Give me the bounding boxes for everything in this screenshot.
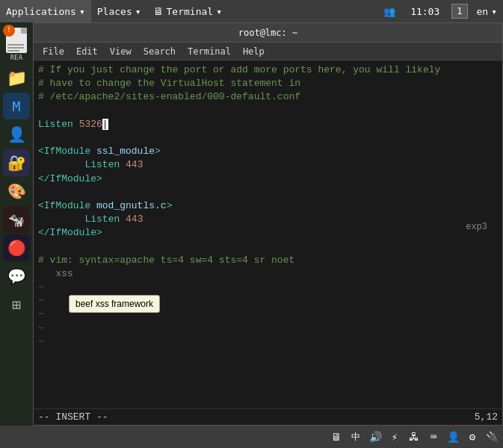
system-tray: 🖥 中 🔊 ⚡ 🖧 ⌨ 👤 ⚙ 🔌 xyxy=(328,429,503,445)
terminal-titlebar: root@lmc: ~ xyxy=(34,23,502,43)
chat-dock-icon[interactable]: 💬 xyxy=(3,263,30,290)
menu-search[interactable]: Search xyxy=(138,43,182,60)
display-icon[interactable]: 🖥 xyxy=(328,429,345,445)
places-label: Places xyxy=(97,6,132,17)
beef-tooltip: beef xss framework xyxy=(69,295,160,313)
insert-mode-label: -- INSERT -- xyxy=(38,411,108,423)
terminal-status-bar: -- INSERT -- 5,12 xyxy=(34,408,502,425)
code-line-listen3: Listen 443 xyxy=(38,213,498,226)
code-line-tilde1: ~ xyxy=(38,281,498,294)
clock: 11:03 xyxy=(401,6,448,17)
applications-menu[interactable]: Applications ▾ xyxy=(0,0,91,22)
chinese-icon[interactable]: 中 xyxy=(348,429,364,445)
people-icon-btn[interactable]: 👥 xyxy=(377,0,401,22)
avatar-dock-icon[interactable]: 👤 xyxy=(3,121,30,148)
network-icon[interactable]: 🖧 xyxy=(406,429,422,445)
menu-view[interactable]: View xyxy=(104,43,138,60)
power-icon[interactable]: ⚡ xyxy=(386,429,403,445)
code-line-3: # /etc/apache2/sites-enabled/000-default… xyxy=(38,90,498,104)
language-label: en xyxy=(477,6,489,17)
grid-icon: ⊞ xyxy=(12,296,21,314)
language-selector[interactable]: en ▾ xyxy=(471,0,503,22)
applications-label: Applications xyxy=(6,6,76,17)
beef-icon: 🐄 xyxy=(8,212,25,228)
settings-icon[interactable]: ⚙ xyxy=(464,429,481,445)
code-line-tilde4: ~ xyxy=(38,322,498,335)
desktop-bg: REA getflag.txt xyxy=(33,22,503,448)
code-line-ifmodule2: <IfModule mod_gnutls.c> xyxy=(38,199,498,213)
menu-terminal[interactable]: Terminal xyxy=(182,43,237,60)
places-arrow: ▾ xyxy=(135,6,141,17)
code-line-ifmodule1: <IfModule ssl_module> xyxy=(38,145,498,158)
folder-icon: 📁 xyxy=(7,69,27,87)
code-line-listen2: Listen 443 xyxy=(38,158,498,172)
code-line-blank2 xyxy=(38,131,498,145)
terminal-label: Terminal xyxy=(167,6,214,17)
terminal-window: root@lmc: ~ File Edit View Search Termin… xyxy=(33,22,503,426)
code-line-blank1 xyxy=(38,105,498,118)
code-line-xss: xss xyxy=(38,267,498,281)
metasploit-icon: M xyxy=(13,99,21,114)
grid-dock-icon[interactable]: ⊞ xyxy=(3,291,30,318)
applications-arrow: ▾ xyxy=(79,6,85,17)
readme-dock-icon[interactable]: ! REA xyxy=(3,25,30,63)
terminal-icon: 🖥 xyxy=(153,5,164,17)
readme-label: REA xyxy=(10,54,22,61)
terminal-menu[interactable]: 🖥 Terminal ▾ xyxy=(147,0,228,22)
menu-help[interactable]: Help xyxy=(237,43,271,60)
code-line-tilde5: ~ xyxy=(38,335,498,349)
color-icon: 🎨 xyxy=(7,182,26,200)
terminal-arrow: ▾ xyxy=(216,6,222,17)
bottom-taskbar: 🖥 中 🔊 ⚡ 🖧 ⌨ 👤 ⚙ 🔌 xyxy=(0,426,503,448)
metasploit-dock-icon[interactable]: M xyxy=(3,93,30,119)
avatar-icon: 👤 xyxy=(7,125,26,143)
people-icon: 👥 xyxy=(383,6,395,17)
code-line-endifmodule2: </IfModule> xyxy=(38,226,498,240)
code-line-vim: # vim: syntax=apache ts=4 sw=4 sts=4 sr … xyxy=(38,254,498,267)
beef-dock-icon[interactable]: 🐄 xyxy=(3,206,30,233)
power-off-icon[interactable]: 🔌 xyxy=(484,429,500,445)
workspace-indicator[interactable]: 1 xyxy=(451,4,467,19)
user-icon[interactable]: 👤 xyxy=(445,429,461,445)
code-line-blank4 xyxy=(38,240,498,253)
language-arrow: ▾ xyxy=(491,6,497,17)
tooltip-text: beef xss framework xyxy=(75,299,153,309)
places-menu[interactable]: Places ▾ xyxy=(91,0,147,22)
terminal-content[interactable]: # If you just change the port or add mor… xyxy=(34,60,502,408)
dock: ! REA 📁 M 👤 🔐 🎨 🐄 🔴 💬 ⊞ xyxy=(0,22,33,448)
code-line-listen1: Listen 5326| xyxy=(38,118,498,131)
menu-edit[interactable]: Edit xyxy=(70,43,104,60)
burp-icon: 🔴 xyxy=(7,239,26,257)
terminal-title: root@lmc: ~ xyxy=(238,28,297,38)
terminal-menubar: File Edit View Search Terminal Help xyxy=(34,43,502,60)
color-dock-icon[interactable]: 🎨 xyxy=(3,178,30,205)
folder-dock-icon[interactable]: 📁 xyxy=(3,64,30,91)
menu-file[interactable]: File xyxy=(37,43,70,60)
code-line-2: # have to change the VirtualHost stateme… xyxy=(38,77,498,90)
code-line-endifmodule1: </IfModule>exp3 xyxy=(38,172,498,186)
pinentry-icon: 🔐 xyxy=(7,154,26,172)
chat-icon: 💬 xyxy=(7,267,26,285)
code-line-1: # If you just change the port or add mor… xyxy=(38,63,498,77)
burp-dock-icon[interactable]: 🔴 xyxy=(3,234,30,261)
code-line-blank3 xyxy=(38,186,498,199)
keyboard-icon[interactable]: ⌨ xyxy=(425,429,442,445)
desktop: ! REA 📁 M 👤 🔐 🎨 🐄 🔴 💬 ⊞ xyxy=(0,22,503,448)
cursor-position: 5,12 xyxy=(475,411,498,423)
volume-icon[interactable]: 🔊 xyxy=(367,429,383,445)
top-taskbar: Applications ▾ Places ▾ 🖥 Terminal ▾ 👥 1… xyxy=(0,0,503,22)
pinentry-dock-icon[interactable]: 🔐 xyxy=(3,149,30,176)
